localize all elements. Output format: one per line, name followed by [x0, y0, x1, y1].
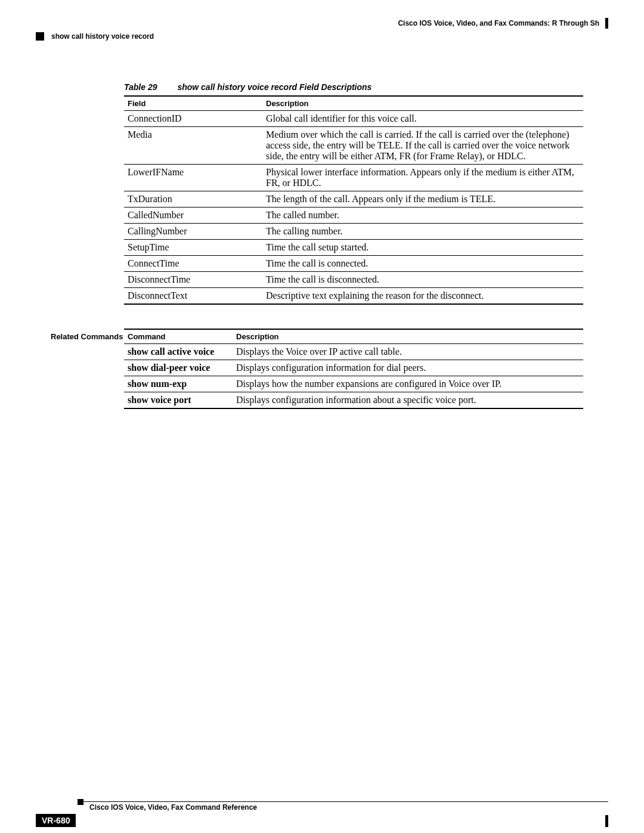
field-cell: CalledNumber — [124, 208, 262, 224]
field-cell: ConnectTime — [124, 256, 262, 272]
command-cell: show num-exp — [124, 376, 233, 392]
command-cell: show dial-peer voice — [124, 360, 233, 376]
table-row: show dial-peer voiceDisplays configurati… — [124, 360, 583, 376]
col-header-field: Field — [124, 96, 262, 111]
table-row: LowerIFNamePhysical lower interface info… — [124, 165, 583, 191]
table-header-row: Command Description — [124, 329, 583, 344]
table-title: show call history voice record Field Des… — [177, 82, 371, 92]
desc-cell: Descriptive text explaining the reason f… — [262, 288, 583, 305]
table-row: DisconnectTextDescriptive text explainin… — [124, 288, 583, 305]
table-row: DisconnectTimeTime the call is disconnec… — [124, 272, 583, 288]
commands-table: Command Description show call active voi… — [124, 329, 583, 409]
desc-cell: Global call identifier for this voice ca… — [262, 111, 583, 127]
desc-cell: Displays how the number expansions are c… — [233, 376, 583, 392]
fields-table: Field Description ConnectionIDGlobal cal… — [124, 95, 583, 305]
col-header-description: Description — [262, 96, 583, 111]
page-number: VR-680 — [36, 814, 76, 827]
desc-cell: Time the call setup started. — [262, 240, 583, 256]
desc-cell: Medium over which the call is carried. I… — [262, 127, 583, 165]
table-row: ConnectTimeTime the call is connected. — [124, 256, 583, 272]
field-cell: Media — [124, 127, 262, 165]
desc-cell: Displays configuration information for d… — [233, 360, 583, 376]
field-cell: SetupTime — [124, 240, 262, 256]
footer-book-title: Cisco IOS Voice, Video, Fax Command Refe… — [89, 803, 608, 812]
command-cell: show voice port — [124, 392, 233, 409]
table-row: CallingNumberThe calling number. — [124, 224, 583, 240]
col-header-command: Command — [124, 329, 233, 344]
page-footer: Cisco IOS Voice, Video, Fax Command Refe… — [36, 801, 608, 827]
desc-cell: Time the call is disconnected. — [262, 272, 583, 288]
table-row: CalledNumberThe called number. — [124, 208, 583, 224]
footer-right-bar-icon — [605, 815, 608, 827]
desc-cell: The length of the call. Appears only if … — [262, 191, 583, 208]
desc-cell: The called number. — [262, 208, 583, 224]
field-cell: DisconnectText — [124, 288, 262, 305]
table-row: SetupTimeTime the call setup started. — [124, 240, 583, 256]
desc-cell: Displays the Voice over IP active call t… — [233, 344, 583, 360]
field-cell: CallingNumber — [124, 224, 262, 240]
table-caption: Table 29 show call history voice record … — [124, 82, 583, 92]
table-row: show call active voiceDisplays the Voice… — [124, 344, 583, 360]
desc-cell: Physical lower interface information. Ap… — [262, 165, 583, 191]
field-cell: TxDuration — [124, 191, 262, 208]
table-header-row: Field Description — [124, 96, 583, 111]
field-cell: LowerIFName — [124, 165, 262, 191]
header-marker-icon — [36, 32, 44, 41]
table-row: show num-expDisplays how the number expa… — [124, 376, 583, 392]
header-chapter-title: Cisco IOS Voice, Video, and Fax Commands… — [36, 18, 608, 29]
desc-cell: Displays configuration information about… — [233, 392, 583, 409]
command-cell: show call active voice — [124, 344, 233, 360]
field-cell: ConnectionID — [124, 111, 262, 127]
table-row: MediaMedium over which the call is carri… — [124, 127, 583, 165]
header-section-title: show call history voice record — [51, 32, 154, 41]
table-row: TxDurationThe length of the call. Appear… — [124, 191, 583, 208]
table-row: ConnectionIDGlobal call identifier for t… — [124, 111, 583, 127]
col-header-description: Description — [233, 329, 583, 344]
footer-marker-icon — [78, 799, 83, 805]
table-number: Table 29 — [124, 82, 157, 92]
desc-cell: The calling number. — [262, 224, 583, 240]
table-row: show voice portDisplays configuration in… — [124, 392, 583, 409]
field-cell: DisconnectTime — [124, 272, 262, 288]
desc-cell: Time the call is connected. — [262, 256, 583, 272]
related-commands-label: Related Commands — [51, 329, 124, 341]
